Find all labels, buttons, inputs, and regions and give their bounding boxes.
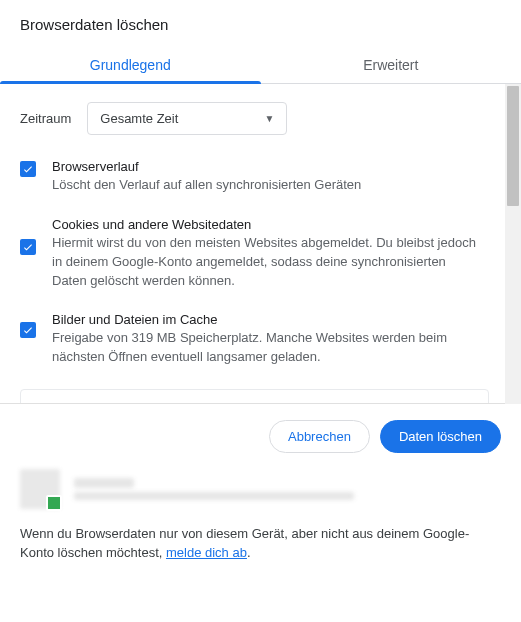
account-name-redacted bbox=[74, 478, 134, 488]
time-range-value: Gesamte Zeit bbox=[100, 111, 178, 126]
scrollbar[interactable] bbox=[505, 84, 521, 404]
label-cache: Bilder und Dateien im Cache Freigabe von… bbox=[52, 312, 483, 367]
tab-advanced[interactable]: Erweitert bbox=[261, 45, 522, 83]
label-cookies: Cookies und andere Websitedaten Hiermit … bbox=[52, 217, 483, 291]
chevron-down-icon: ▼ bbox=[264, 113, 274, 124]
search-history-link[interactable]: Suchverlauf bbox=[62, 402, 131, 404]
time-range-select[interactable]: Gesamte Zeit ▼ bbox=[87, 102, 287, 135]
clear-browsing-data-dialog: Browserdaten löschen Grundlegend Erweite… bbox=[0, 0, 521, 622]
tabs: Grundlegend Erweitert bbox=[0, 45, 521, 84]
checkbox-browsing-history[interactable] bbox=[20, 161, 36, 177]
scrollbar-thumb[interactable] bbox=[507, 86, 519, 206]
dialog-buttons: Abbrechen Daten löschen bbox=[0, 404, 521, 469]
sign-out-link[interactable]: melde dich ab bbox=[166, 545, 247, 560]
check-icon bbox=[22, 241, 34, 253]
time-range-label: Zeitraum bbox=[20, 111, 71, 126]
label-browsing-history: Browserverlauf Löscht den Verlauf auf al… bbox=[52, 159, 361, 195]
account-email-redacted bbox=[74, 492, 354, 500]
heading: Cookies und andere Websitedaten bbox=[52, 217, 483, 232]
checkbox-cache[interactable] bbox=[20, 322, 36, 338]
checkbox-cookies[interactable] bbox=[20, 239, 36, 255]
info-text-post: können in deinem bbox=[321, 402, 427, 404]
option-cookies: Cookies und andere Websitedaten Hiermit … bbox=[20, 217, 513, 291]
heading: Bilder und Dateien im Cache bbox=[52, 312, 483, 327]
activity-info-box: Der Suchverlauf und andere Arten von Akt… bbox=[20, 389, 489, 404]
footer-text: Wenn du Browserdaten nur von diesem Gerä… bbox=[0, 521, 521, 581]
check-icon bbox=[22, 324, 34, 336]
check-icon bbox=[22, 163, 34, 175]
time-range-row: Zeitraum Gesamte Zeit ▼ bbox=[20, 102, 513, 135]
other-activity-link[interactable]: andere Arten von Aktivitäten bbox=[159, 402, 321, 404]
dialog-content: Zeitraum Gesamte Zeit ▼ Browserverlauf L… bbox=[0, 84, 521, 404]
option-browsing-history: Browserverlauf Löscht den Verlauf auf al… bbox=[20, 159, 513, 195]
info-text-mid: und bbox=[130, 402, 159, 404]
description: Freigabe von 319 MB Speicherplatz. Manch… bbox=[52, 329, 483, 367]
account-row bbox=[0, 469, 521, 521]
option-cache: Bilder und Dateien im Cache Freigabe von… bbox=[20, 312, 513, 367]
description: Hiermit wirst du von den meisten Website… bbox=[52, 234, 483, 291]
tab-basic[interactable]: Grundlegend bbox=[0, 45, 261, 83]
footer-post: . bbox=[247, 545, 251, 560]
dialog-title: Browserdaten löschen bbox=[0, 0, 521, 45]
account-text bbox=[74, 474, 354, 504]
clear-data-button[interactable]: Daten löschen bbox=[380, 420, 501, 453]
heading: Browserverlauf bbox=[52, 159, 361, 174]
cancel-button[interactable]: Abbrechen bbox=[269, 420, 370, 453]
avatar bbox=[20, 469, 60, 509]
sync-badge-icon bbox=[46, 495, 62, 511]
info-text-pre: Der bbox=[37, 402, 62, 404]
content-wrap: Zeitraum Gesamte Zeit ▼ Browserverlauf L… bbox=[0, 84, 521, 404]
description: Löscht den Verlauf auf allen synchronisi… bbox=[52, 176, 361, 195]
